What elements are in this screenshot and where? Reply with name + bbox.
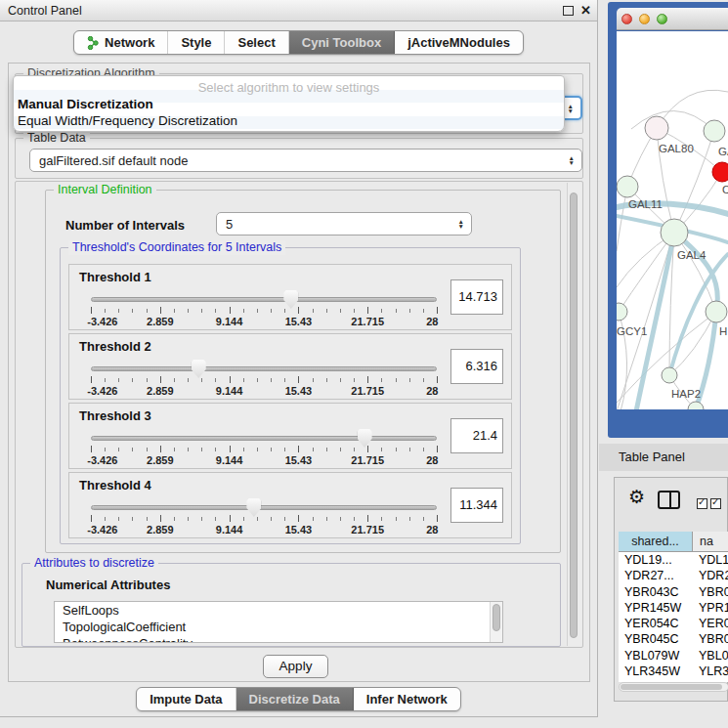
combo-value: galFiltered.sif default node: [39, 153, 188, 168]
horizontal-scrollbar[interactable]: [619, 682, 728, 692]
close-traffic-light-icon[interactable]: [621, 14, 632, 24]
bottom-tab-bar: Impute Data Discretize Data Infer Networ…: [0, 687, 597, 711]
column-header-shared-name[interactable]: shared...: [619, 532, 693, 551]
node-label: GA: [718, 146, 728, 157]
tab-label: Cyni Toolbox: [302, 35, 381, 50]
slider-scale-label: 28: [426, 524, 438, 535]
network-window-titlebar[interactable]: [617, 8, 728, 30]
cell-name[interactable]: YDL1: [693, 552, 728, 568]
close-icon[interactable]: ✕: [580, 3, 591, 18]
minimize-traffic-light-icon[interactable]: [639, 14, 650, 24]
control-panel-window: Control Panel ✕ Network Style Select Cyn…: [0, 0, 598, 717]
node-label: GAL11: [628, 198, 663, 210]
table-row[interactable]: YDL19...YDL1: [619, 552, 728, 568]
table-row[interactable]: YER054CYER0: [619, 616, 728, 631]
tab-jactivemnodules[interactable]: jActiveMNodules: [395, 31, 523, 54]
zoom-traffic-light-icon[interactable]: [657, 14, 667, 24]
slider-scale-label: 2.859: [147, 385, 174, 397]
cell-shared-name[interactable]: YLR345W: [619, 664, 693, 679]
threshold-1-panel: Threshold 1 -3.4262.8599.14415.4321.7152…: [68, 264, 512, 330]
threshold-value-field[interactable]: 21.4: [450, 418, 503, 453]
column-layout-icon[interactable]: [658, 491, 680, 509]
combo-stepper-icon: ▲▼: [458, 219, 464, 229]
list-item[interactable]: SelfLoops: [55, 602, 502, 619]
numerical-attributes-list[interactable]: SelfLoops TopologicalCoefficient Between…: [54, 601, 503, 643]
cell-name[interactable]: YPR1: [693, 600, 728, 616]
threshold-value-field[interactable]: 11.344: [450, 488, 503, 523]
cell-shared-name[interactable]: YBR045C: [619, 631, 693, 647]
cell-shared-name[interactable]: YER054C: [619, 616, 693, 631]
checkbox-icon[interactable]: [710, 498, 721, 509]
threshold-4-slider[interactable]: -3.4262.8599.14415.4321.71528: [91, 498, 437, 537]
gear-icon[interactable]: ⚙: [628, 488, 645, 506]
cell-name[interactable]: YBR0: [693, 584, 728, 600]
cell-shared-name[interactable]: YBL079W: [619, 648, 693, 664]
cell-name[interactable]: YBR0: [693, 631, 728, 647]
network-icon: [87, 36, 100, 50]
table-row[interactable]: YLR345WYLR3: [619, 664, 728, 679]
threshold-3-slider[interactable]: -3.4262.8599.14415.4321.71528: [91, 429, 437, 468]
list-item[interactable]: BetweennessCentrality: [55, 635, 502, 643]
table-row[interactable]: YBL079WYBL0: [619, 648, 728, 664]
threshold-2-slider[interactable]: -3.4262.8599.14415.4321.71528: [91, 360, 437, 399]
checkbox-icon[interactable]: [697, 498, 707, 509]
dropdown-item-equal-width-frequency[interactable]: Equal Width/Frequency Discretization: [14, 112, 564, 129]
list-item[interactable]: TopologicalCoefficient: [55, 619, 502, 635]
slider-scale-label: -3.426: [87, 316, 117, 327]
slider-scale: -3.4262.8599.14415.4321.71528: [91, 316, 437, 327]
vertical-scrollbar[interactable]: [567, 183, 581, 646]
tab-cyni-toolbox[interactable]: Cyni Toolbox: [289, 31, 395, 54]
cell-name[interactable]: YBL0: [693, 648, 728, 664]
cell-name[interactable]: YER0: [693, 616, 728, 631]
tab-select[interactable]: Select: [225, 31, 288, 54]
node-gcy1: [617, 303, 627, 321]
threshold-label: Threshold 2: [79, 339, 151, 354]
threshold-value-field[interactable]: 14.713: [450, 279, 503, 315]
tab-label: Impute Data: [150, 692, 222, 707]
cell-shared-name[interactable]: YDR27...: [619, 568, 693, 583]
tab-impute-data[interactable]: Impute Data: [137, 688, 236, 710]
algorithm-dropdown-popup: Select algorithm to view settings Manual…: [13, 75, 565, 132]
network-view-frame[interactable]: GAL80 GA C GAL11 GAL4 GCY1 H HAP2: [608, 2, 728, 438]
scrollbar-thumb[interactable]: [621, 684, 722, 690]
network-canvas[interactable]: GAL80 GA C GAL11 GAL4 GCY1 H HAP2: [617, 31, 728, 409]
table-row[interactable]: YPR145WYPR1: [619, 600, 728, 616]
list-scrollbar[interactable]: [490, 602, 502, 642]
cell-shared-name[interactable]: YPR145W: [619, 600, 693, 616]
table-panel-title: Table Panel: [619, 450, 685, 464]
tab-network[interactable]: Network: [74, 31, 168, 54]
cell-shared-name[interactable]: YBR043C: [619, 584, 693, 600]
float-window-icon[interactable]: [563, 6, 574, 16]
number-of-intervals-combobox[interactable]: 5 ▲▼: [216, 212, 472, 236]
dropdown-item-manual-discretization[interactable]: Manual Discretization: [14, 96, 564, 112]
table-row[interactable]: YDR27...YDR2: [619, 568, 728, 583]
slider-scale-label: 9.144: [216, 385, 243, 397]
slider-scale-label: 28: [426, 454, 438, 466]
slider-ticks: [91, 446, 437, 453]
threshold-1-slider[interactable]: -3.4262.8599.14415.4321.71528: [91, 290, 437, 329]
column-header-name[interactable]: na: [693, 532, 728, 551]
table-data-combobox[interactable]: galFiltered.sif default node ▲▼: [29, 149, 582, 172]
node-attribute-table: shared... na YDL19...YDL1YDR27...YDR2YBR…: [619, 532, 728, 682]
interval-definition-group: Interval Definition Number of Intervals …: [45, 190, 561, 553]
tab-discretize-data[interactable]: Discretize Data: [236, 688, 354, 710]
slider-scale-label: 15.43: [285, 385, 313, 397]
slider-scale-label: 28: [426, 385, 438, 397]
slider-track[interactable]: [91, 505, 437, 510]
table-row[interactable]: YBR045CYBR0: [619, 631, 728, 647]
cell-name[interactable]: YLR3: [693, 664, 728, 679]
slider-track[interactable]: [91, 366, 437, 371]
cell-name[interactable]: YDR2: [693, 568, 728, 583]
settings-scrollpane: Interval Definition Number of Intervals …: [15, 181, 583, 648]
threshold-value-field[interactable]: 6.316: [450, 349, 503, 384]
scrollbar-thumb[interactable]: [492, 604, 500, 631]
tab-infer-network[interactable]: Infer Network: [354, 688, 460, 710]
scrollbar-thumb[interactable]: [570, 193, 578, 638]
slider-track[interactable]: [91, 297, 437, 302]
cell-shared-name[interactable]: YDL19...: [619, 552, 693, 568]
window-title: Control Panel: [8, 4, 82, 18]
tab-style[interactable]: Style: [168, 31, 225, 54]
slider-track[interactable]: [91, 436, 437, 441]
apply-button[interactable]: Apply: [263, 655, 328, 678]
table-row[interactable]: YBR043CYBR0: [619, 584, 728, 600]
